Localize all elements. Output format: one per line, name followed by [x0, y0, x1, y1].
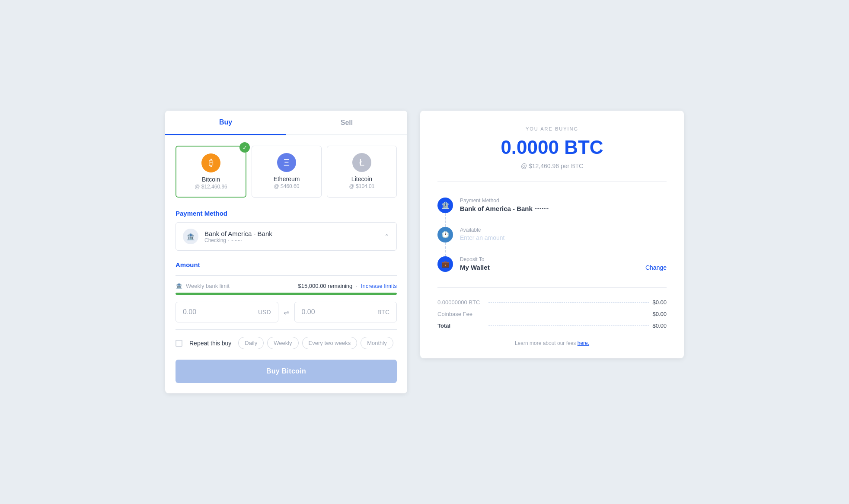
limit-progress-fill: [176, 293, 397, 295]
summary-bank-icon: 🏦: [437, 198, 453, 213]
fee-total-name: Total: [437, 322, 485, 329]
fee-dots-3: [488, 325, 649, 326]
frequency-buttons: Daily Weekly Every two weeks Monthly: [238, 337, 393, 349]
ltc-icon: Ł: [352, 153, 371, 172]
payment-sub: Checking · ········: [204, 237, 378, 243]
summary-wallet-icon: 💼: [437, 256, 453, 272]
repeat-row: Repeat this buy Daily Weekly Every two w…: [176, 337, 397, 349]
usd-input-field[interactable]: 0.00 USD: [176, 302, 278, 322]
buying-label: YOU ARE BUYING: [437, 126, 667, 131]
app-container: Buy Sell ✓ ₿ Bitcoin @ $12,460.96 Ξ Ethe…: [165, 111, 684, 393]
freq-biweekly[interactable]: Every two weeks: [302, 337, 357, 349]
info-rows: 🏦 Payment Method Bank of America - Bank …: [437, 191, 667, 279]
eth-name: Ethereum: [257, 175, 316, 182]
tab-buy[interactable]: Buy: [165, 111, 286, 135]
swap-icon[interactable]: ⇌: [284, 308, 289, 316]
summary-deposit-value: My Wallet: [460, 264, 490, 271]
fee-total-row: Total $0.00: [437, 320, 667, 332]
limit-separator: ·: [356, 283, 357, 289]
fee-btc-value: $0.00: [652, 299, 667, 306]
right-panel: YOU ARE BUYING 0.0000 BTC @ $12,460.96 p…: [420, 111, 684, 358]
panel-content: ✓ ₿ Bitcoin @ $12,460.96 Ξ Ethereum @ $4…: [165, 135, 407, 393]
summary-deposit-label: Deposit To: [460, 256, 667, 262]
learn-more-link[interactable]: here.: [578, 340, 589, 346]
bank-icon: 🏦: [183, 229, 198, 244]
change-wallet-link[interactable]: Change: [645, 264, 667, 271]
tab-sell[interactable]: Sell: [286, 111, 407, 134]
amount-section: Amount 🏦 Weekly bank limit $15,000.00 re…: [176, 261, 397, 349]
amount-section-title: Amount: [176, 261, 397, 268]
fee-total-value: $0.00: [652, 322, 667, 329]
fee-btc-name: 0.00000000 BTC: [437, 299, 485, 306]
fee-dots-2: [488, 314, 649, 314]
tab-bar: Buy Sell: [165, 111, 407, 135]
fee-rows: 0.00000000 BTC $0.00 Coinbase Fee $0.00 …: [437, 297, 667, 332]
usd-currency-label: USD: [258, 309, 271, 316]
left-panel: Buy Sell ✓ ₿ Bitcoin @ $12,460.96 Ξ Ethe…: [165, 111, 407, 393]
limit-progress-bar: [176, 293, 397, 295]
crypto-grid: ✓ ₿ Bitcoin @ $12,460.96 Ξ Ethereum @ $4…: [176, 146, 397, 198]
limit-label: Weekly bank limit: [186, 283, 295, 289]
buy-bitcoin-button[interactable]: Buy Bitcoin: [176, 360, 397, 383]
summary-payment-value: Bank of America - Bank ········: [460, 205, 667, 212]
fee-btc-row: 0.00000000 BTC $0.00: [437, 297, 667, 308]
chevron-icon: ⌃: [384, 233, 389, 240]
limit-remaining: $15,000.00 remaining: [298, 283, 353, 289]
btc-name: Bitcoin: [182, 176, 240, 183]
summary-available-value: Enter an amount: [460, 234, 667, 241]
btc-price: @ $12,460.96: [182, 184, 240, 190]
ltc-name: Litecoin: [332, 175, 391, 182]
summary-deposit-row: 💼 Deposit To My Wallet Change: [437, 249, 667, 279]
btc-input-field[interactable]: 0.00 BTC: [294, 302, 397, 322]
fee-dots-1: [488, 302, 649, 303]
summary-available-label: Available: [460, 227, 667, 233]
amount-inputs: 0.00 USD ⇌ 0.00 BTC: [176, 302, 397, 322]
limit-row: 🏦 Weekly bank limit $15,000.00 remaining…: [176, 283, 397, 289]
summary-payment-label: Payment Method: [460, 198, 667, 204]
payment-method-selector[interactable]: 🏦 Bank of America - Bank Checking · ····…: [176, 222, 397, 251]
summary-clock-icon: 🕐: [437, 227, 453, 242]
summary-payment-row: 🏦 Payment Method Bank of America - Bank …: [437, 191, 667, 220]
freq-monthly[interactable]: Monthly: [361, 337, 393, 349]
summary-available-row: 🕐 Available Enter an amount: [437, 220, 667, 249]
increase-limits-link[interactable]: Increase limits: [361, 283, 397, 289]
bank-limit-icon: 🏦: [176, 283, 182, 289]
fee-coinbase-value: $0.00: [652, 311, 667, 317]
eth-icon: Ξ: [277, 153, 296, 172]
fee-coinbase-row: Coinbase Fee $0.00: [437, 308, 667, 320]
btc-amount-display: 0.0000 BTC: [437, 137, 667, 158]
usd-value: 0.00: [183, 308, 196, 316]
fee-coinbase-name: Coinbase Fee: [437, 311, 485, 317]
btc-rate-display: @ $12,460.96 per BTC: [437, 163, 667, 169]
btc-value: 0.00: [302, 308, 315, 316]
eth-price: @ $460.60: [257, 183, 316, 189]
repeat-checkbox[interactable]: [176, 340, 182, 347]
summary-available-content: Available Enter an amount: [460, 227, 667, 241]
ltc-price: @ $104.01: [332, 183, 391, 189]
crypto-card-ltc[interactable]: Ł Litecoin @ $104.01: [327, 146, 397, 198]
btc-currency-label: BTC: [377, 309, 389, 316]
learn-more-text: Learn more about our fees here.: [437, 340, 667, 346]
freq-daily[interactable]: Daily: [238, 337, 264, 349]
summary-deposit-content: Deposit To My Wallet Change: [460, 256, 667, 271]
payment-info: Bank of America - Bank Checking · ······…: [204, 230, 378, 243]
payment-name: Bank of America - Bank: [204, 230, 378, 237]
repeat-label: Repeat this buy: [189, 340, 231, 347]
summary-payment-content: Payment Method Bank of America - Bank ··…: [460, 198, 667, 212]
selected-check-icon: ✓: [239, 142, 250, 153]
crypto-card-eth[interactable]: Ξ Ethereum @ $460.60: [252, 146, 322, 198]
freq-weekly[interactable]: Weekly: [267, 337, 298, 349]
btc-icon: ₿: [201, 153, 220, 172]
crypto-card-btc[interactable]: ✓ ₿ Bitcoin @ $12,460.96: [176, 146, 246, 198]
payment-section-title: Payment Method: [176, 210, 397, 217]
